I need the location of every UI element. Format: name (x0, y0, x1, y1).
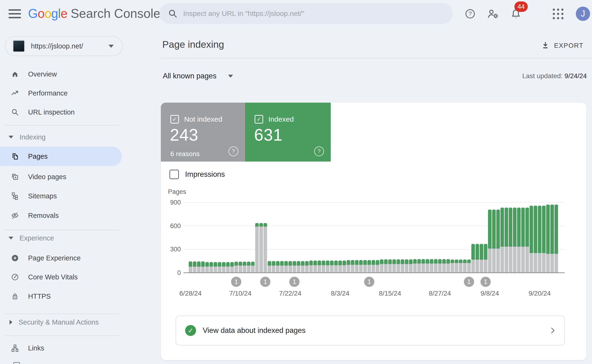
bar-not-indexed[interactable] (530, 253, 533, 273)
sidebar-item-performance[interactable]: Performance (0, 84, 128, 103)
bar-indexed[interactable] (496, 209, 500, 248)
bar-not-indexed[interactable] (484, 260, 487, 273)
bar-not-indexed[interactable] (230, 266, 234, 273)
bar-not-indexed[interactable] (268, 266, 271, 273)
bar-not-indexed[interactable] (247, 266, 250, 273)
bar-not-indexed[interactable] (251, 266, 255, 273)
bar-not-indexed[interactable] (451, 263, 454, 273)
bar-indexed[interactable] (500, 208, 504, 247)
bar-not-indexed[interactable] (525, 247, 529, 273)
section-experience[interactable]: Experience (0, 231, 128, 245)
bar-not-indexed[interactable] (438, 264, 442, 273)
bar-not-indexed[interactable] (197, 266, 201, 273)
bar-not-indexed[interactable] (313, 265, 317, 273)
sidebar-item-overview[interactable]: Overview (0, 65, 128, 84)
bar-not-indexed[interactable] (218, 266, 221, 273)
bar-not-indexed[interactable] (380, 264, 383, 273)
bar-not-indexed[interactable] (538, 253, 541, 273)
bar-not-indexed[interactable] (521, 247, 525, 273)
bar-not-indexed[interactable] (297, 266, 300, 273)
bar-not-indexed[interactable] (334, 265, 338, 273)
bar-indexed[interactable] (517, 208, 521, 247)
bar-not-indexed[interactable] (309, 265, 313, 273)
bar-not-indexed[interactable] (234, 266, 238, 273)
bar-not-indexed[interactable] (496, 248, 500, 273)
bar-indexed[interactable] (521, 208, 525, 247)
notifications-bell-icon[interactable]: 44 (510, 8, 522, 20)
bar-indexed[interactable] (534, 206, 537, 253)
bar-indexed[interactable] (484, 244, 487, 260)
bar-not-indexed[interactable] (405, 264, 408, 273)
export-button[interactable]: EXPORT (541, 41, 583, 50)
bar-not-indexed[interactable] (367, 265, 371, 273)
bar-not-indexed[interactable] (255, 227, 259, 273)
bar-not-indexed[interactable] (467, 263, 471, 273)
bar-not-indexed[interactable] (550, 254, 554, 273)
bar-not-indexed[interactable] (338, 265, 342, 273)
bar-not-indexed[interactable] (330, 265, 334, 273)
bar-not-indexed[interactable] (388, 264, 392, 273)
bar-indexed[interactable] (542, 206, 546, 253)
bar-indexed[interactable] (525, 208, 529, 247)
bar-not-indexed[interactable] (517, 247, 521, 273)
bar-not-indexed[interactable] (342, 265, 346, 273)
sidebar-item-https[interactable]: HTTPS (0, 287, 128, 306)
bar-indexed[interactable] (513, 208, 517, 247)
avatar[interactable]: J (576, 7, 590, 21)
bar-not-indexed[interactable] (276, 266, 280, 273)
sidebar-item-video-pages[interactable]: Video pages (0, 167, 128, 186)
hamburger-menu-icon[interactable] (9, 9, 21, 18)
bar-not-indexed[interactable] (376, 265, 379, 273)
bar-not-indexed[interactable] (259, 227, 263, 273)
bar-not-indexed[interactable] (542, 253, 546, 273)
tab-not-indexed[interactable]: ✓ Not indexed 243 6 reasons ? (161, 103, 245, 162)
bar-not-indexed[interactable] (214, 266, 217, 273)
bar-indexed[interactable] (505, 208, 508, 247)
user-settings-icon[interactable] (487, 8, 499, 20)
page-filter-dropdown[interactable]: All known pages (163, 72, 233, 80)
bar-not-indexed[interactable] (401, 264, 404, 273)
tab-indexed[interactable]: ✓ Indexed 631 ? (245, 103, 331, 162)
bar-not-indexed[interactable] (500, 247, 504, 273)
bar-not-indexed[interactable] (409, 264, 413, 273)
sidebar-item-core-web-vitals[interactable]: Core Web Vitals (0, 267, 128, 286)
bar-not-indexed[interactable] (392, 264, 396, 273)
checkbox-unchecked-icon[interactable] (169, 170, 179, 179)
sidebar-item-links[interactable]: Links (0, 338, 128, 358)
bar-not-indexed[interactable] (492, 248, 496, 273)
bar-not-indexed[interactable] (554, 254, 558, 273)
bar-not-indexed[interactable] (446, 264, 450, 273)
bar-not-indexed[interactable] (475, 260, 479, 273)
bar-not-indexed[interactable] (463, 263, 467, 273)
view-indexed-data-row[interactable]: ✓ View data about indexed pages (176, 316, 565, 345)
bar-indexed[interactable] (530, 206, 533, 253)
bar-indexed[interactable] (554, 205, 558, 254)
bar-not-indexed[interactable] (280, 266, 284, 273)
bar-not-indexed[interactable] (372, 265, 375, 273)
bar-not-indexed[interactable] (363, 265, 367, 273)
search-input[interactable] (183, 9, 445, 18)
bar-not-indexed[interactable] (322, 265, 325, 273)
apps-grid-icon[interactable] (552, 9, 564, 19)
bar-indexed[interactable] (550, 205, 554, 254)
help-icon[interactable]: ? (465, 9, 475, 19)
bar-indexed[interactable] (471, 244, 475, 260)
bar-not-indexed[interactable] (471, 260, 475, 273)
bar-not-indexed[interactable] (417, 264, 421, 273)
bar-not-indexed[interactable] (359, 265, 363, 273)
bar-not-indexed[interactable] (505, 247, 508, 273)
bar-indexed[interactable] (546, 205, 550, 254)
help-icon[interactable]: ? (229, 146, 238, 156)
bar-not-indexed[interactable] (534, 253, 537, 273)
bar-indexed[interactable] (488, 209, 491, 248)
sidebar-item-url-inspection[interactable]: URL inspection (0, 103, 128, 122)
checkbox-checked-icon[interactable]: ✓ (170, 115, 179, 124)
checkbox-checked-icon[interactable]: ✓ (255, 115, 263, 124)
bar-not-indexed[interactable] (426, 264, 429, 273)
bar-not-indexed[interactable] (326, 265, 330, 273)
bar-not-indexed[interactable] (301, 266, 305, 273)
sidebar-item-sitemaps[interactable]: Sitemaps (0, 187, 128, 206)
bar-not-indexed[interactable] (193, 266, 196, 273)
bar-not-indexed[interactable] (318, 265, 321, 273)
bar-not-indexed[interactable] (430, 264, 433, 273)
